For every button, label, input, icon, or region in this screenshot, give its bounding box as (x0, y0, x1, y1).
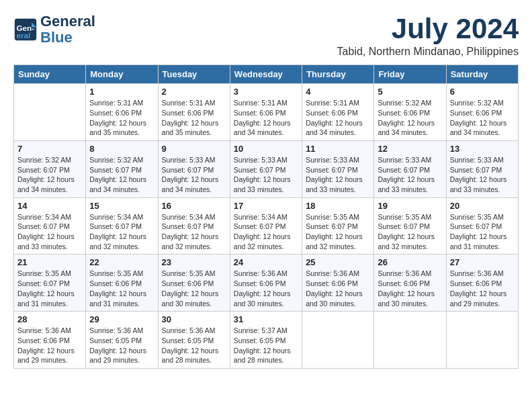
day-number: 8 (89, 144, 154, 154)
day-number: 30 (162, 314, 226, 324)
calendar-cell: 22Sunrise: 5:35 AMSunset: 6:06 PMDayligh… (86, 255, 158, 312)
calendar-cell: 14Sunrise: 5:34 AMSunset: 6:07 PMDayligh… (14, 197, 86, 255)
calendar-table: SundayMondayTuesdayWednesdayThursdayFrid… (13, 64, 519, 369)
day-info: Sunrise: 5:33 AMSunset: 6:07 PMDaylight:… (162, 155, 226, 195)
day-number: 14 (17, 201, 82, 211)
calendar-cell: 24Sunrise: 5:36 AMSunset: 6:06 PMDayligh… (230, 255, 302, 312)
day-number: 29 (89, 314, 154, 324)
day-number: 28 (17, 314, 82, 324)
calendar-cell: 15Sunrise: 5:34 AMSunset: 6:07 PMDayligh… (86, 197, 158, 255)
day-number: 18 (306, 201, 370, 211)
calendar-cell: 12Sunrise: 5:33 AMSunset: 6:07 PMDayligh… (374, 140, 446, 197)
day-number: 23 (162, 257, 226, 267)
day-number: 9 (162, 144, 226, 154)
calendar-header-row: SundayMondayTuesdayWednesdayThursdayFrid… (14, 65, 519, 84)
day-info: Sunrise: 5:36 AMSunset: 6:06 PMDaylight:… (17, 326, 82, 365)
calendar-cell (446, 312, 518, 369)
calendar-cell: 18Sunrise: 5:35 AMSunset: 6:07 PMDayligh… (302, 197, 374, 255)
day-info: Sunrise: 5:37 AMSunset: 6:05 PMDaylight:… (234, 326, 298, 365)
day-number: 27 (450, 257, 515, 267)
calendar-cell: 2Sunrise: 5:31 AMSunset: 6:06 PMDaylight… (158, 84, 230, 141)
day-number: 17 (234, 201, 298, 211)
header-day-saturday: Saturday (446, 65, 518, 84)
day-number: 24 (234, 257, 298, 267)
svg-text:eral: eral (17, 31, 31, 40)
day-number: 10 (234, 144, 298, 154)
calendar-cell: 3Sunrise: 5:31 AMSunset: 6:06 PMDaylight… (230, 84, 302, 141)
day-info: Sunrise: 5:31 AMSunset: 6:06 PMDaylight:… (89, 98, 154, 138)
calendar-cell: 28Sunrise: 5:36 AMSunset: 6:06 PMDayligh… (14, 312, 86, 369)
day-info: Sunrise: 5:35 AMSunset: 6:07 PMDaylight:… (450, 212, 515, 252)
calendar-cell: 10Sunrise: 5:33 AMSunset: 6:07 PMDayligh… (230, 140, 302, 197)
calendar-cell: 26Sunrise: 5:36 AMSunset: 6:06 PMDayligh… (374, 255, 446, 312)
calendar-cell: 13Sunrise: 5:33 AMSunset: 6:07 PMDayligh… (446, 140, 518, 197)
day-number: 11 (306, 144, 370, 154)
day-number: 12 (378, 144, 442, 154)
calendar-week-3: 14Sunrise: 5:34 AMSunset: 6:07 PMDayligh… (14, 197, 519, 255)
calendar-cell: 20Sunrise: 5:35 AMSunset: 6:07 PMDayligh… (446, 197, 518, 255)
logo-text: General Blue (40, 13, 95, 46)
logo-icon: Gen- eral (13, 17, 38, 42)
title-section: July 2024 Tabid, Northern Mindanao, Phil… (337, 13, 519, 58)
calendar-cell (302, 312, 374, 369)
day-info: Sunrise: 5:36 AMSunset: 6:05 PMDaylight:… (162, 326, 226, 365)
calendar-cell: 4Sunrise: 5:31 AMSunset: 6:06 PMDaylight… (302, 84, 374, 141)
calendar-cell: 1Sunrise: 5:31 AMSunset: 6:06 PMDaylight… (86, 84, 158, 141)
day-number: 6 (450, 87, 515, 97)
day-info: Sunrise: 5:33 AMSunset: 6:07 PMDaylight:… (378, 155, 442, 195)
day-number: 15 (89, 201, 154, 211)
day-number: 16 (162, 201, 226, 211)
header-day-monday: Monday (86, 65, 158, 84)
calendar-week-5: 28Sunrise: 5:36 AMSunset: 6:06 PMDayligh… (14, 312, 519, 369)
day-info: Sunrise: 5:33 AMSunset: 6:07 PMDaylight:… (234, 155, 298, 195)
header-day-sunday: Sunday (14, 65, 86, 84)
month-title: July 2024 (337, 13, 519, 44)
header: Gen- eral General Blue July 2024 Tabid, … (13, 13, 519, 58)
day-info: Sunrise: 5:34 AMSunset: 6:07 PMDaylight:… (89, 212, 154, 252)
calendar-cell: 21Sunrise: 5:35 AMSunset: 6:07 PMDayligh… (14, 255, 86, 312)
day-number: 31 (234, 314, 298, 324)
day-number: 13 (450, 144, 515, 154)
calendar-cell: 27Sunrise: 5:36 AMSunset: 6:06 PMDayligh… (446, 255, 518, 312)
calendar-cell (14, 84, 86, 141)
calendar-cell (374, 312, 446, 369)
day-number: 2 (162, 87, 226, 97)
calendar-week-4: 21Sunrise: 5:35 AMSunset: 6:07 PMDayligh… (14, 255, 519, 312)
day-info: Sunrise: 5:32 AMSunset: 6:07 PMDaylight:… (17, 155, 82, 195)
logo: Gen- eral General Blue (13, 13, 95, 46)
day-info: Sunrise: 5:33 AMSunset: 6:07 PMDaylight:… (450, 155, 515, 195)
calendar-cell: 30Sunrise: 5:36 AMSunset: 6:05 PMDayligh… (158, 312, 230, 369)
day-number: 5 (378, 87, 442, 97)
calendar-cell: 31Sunrise: 5:37 AMSunset: 6:05 PMDayligh… (230, 312, 302, 369)
day-info: Sunrise: 5:35 AMSunset: 6:07 PMDaylight:… (378, 212, 442, 252)
day-number: 19 (378, 201, 442, 211)
calendar-cell: 23Sunrise: 5:35 AMSunset: 6:06 PMDayligh… (158, 255, 230, 312)
day-number: 3 (234, 87, 298, 97)
calendar-cell: 25Sunrise: 5:36 AMSunset: 6:06 PMDayligh… (302, 255, 374, 312)
day-info: Sunrise: 5:31 AMSunset: 6:06 PMDaylight:… (234, 98, 298, 138)
day-info: Sunrise: 5:35 AMSunset: 6:07 PMDaylight:… (17, 269, 82, 308)
calendar-cell: 7Sunrise: 5:32 AMSunset: 6:07 PMDaylight… (14, 140, 86, 197)
day-info: Sunrise: 5:36 AMSunset: 6:06 PMDaylight:… (306, 269, 370, 308)
calendar-cell: 17Sunrise: 5:34 AMSunset: 6:07 PMDayligh… (230, 197, 302, 255)
header-day-thursday: Thursday (302, 65, 374, 84)
day-info: Sunrise: 5:35 AMSunset: 6:06 PMDaylight:… (89, 269, 154, 308)
day-info: Sunrise: 5:33 AMSunset: 6:07 PMDaylight:… (306, 155, 370, 195)
day-number: 1 (89, 87, 154, 97)
calendar-cell: 29Sunrise: 5:36 AMSunset: 6:05 PMDayligh… (86, 312, 158, 369)
day-info: Sunrise: 5:34 AMSunset: 6:07 PMDaylight:… (17, 212, 82, 252)
location-title: Tabid, Northern Mindanao, Philippines (337, 46, 519, 58)
day-number: 25 (306, 257, 370, 267)
header-day-tuesday: Tuesday (158, 65, 230, 84)
calendar-cell: 19Sunrise: 5:35 AMSunset: 6:07 PMDayligh… (374, 197, 446, 255)
day-info: Sunrise: 5:32 AMSunset: 6:06 PMDaylight:… (450, 98, 515, 138)
day-info: Sunrise: 5:34 AMSunset: 6:07 PMDaylight:… (162, 212, 226, 252)
calendar-week-2: 7Sunrise: 5:32 AMSunset: 6:07 PMDaylight… (14, 140, 519, 197)
calendar-cell: 16Sunrise: 5:34 AMSunset: 6:07 PMDayligh… (158, 197, 230, 255)
calendar-week-1: 1Sunrise: 5:31 AMSunset: 6:06 PMDaylight… (14, 84, 519, 141)
day-number: 4 (306, 87, 370, 97)
day-info: Sunrise: 5:36 AMSunset: 6:06 PMDaylight:… (378, 269, 442, 308)
day-number: 22 (89, 257, 154, 267)
day-number: 7 (17, 144, 82, 154)
calendar-cell: 11Sunrise: 5:33 AMSunset: 6:07 PMDayligh… (302, 140, 374, 197)
